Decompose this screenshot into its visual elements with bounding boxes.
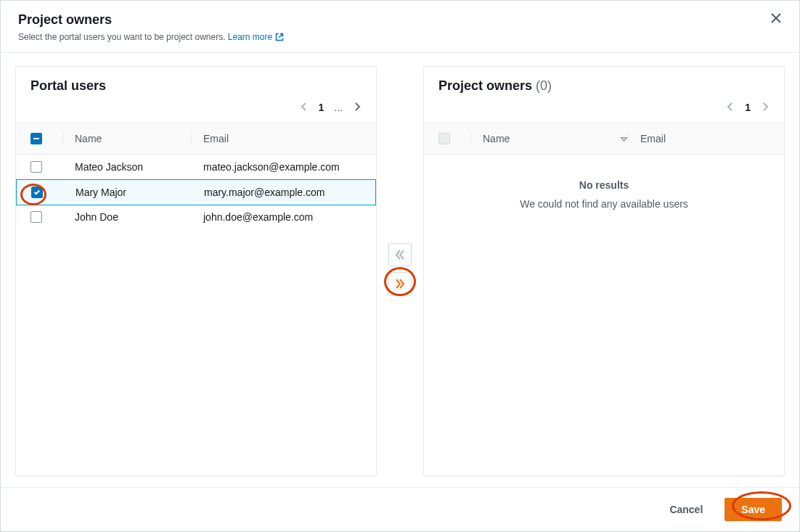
row-email: mateo.jackson@example.com: [203, 161, 364, 173]
double-chevron-left-icon: [394, 249, 406, 261]
row-name: John Doe: [75, 211, 191, 223]
project-owners-header: Project owners (0): [424, 67, 784, 97]
pager-next[interactable]: [761, 101, 770, 114]
chevron-right-icon: [761, 102, 770, 111]
transfer-controls: [383, 66, 417, 487]
pager-page-current[interactable]: 1: [745, 102, 751, 113]
table-row[interactable]: John Doe john.doe@example.com: [16, 205, 376, 230]
pager-next[interactable]: [353, 101, 362, 114]
row-name: Mateo Jackson: [75, 161, 191, 173]
move-right-button[interactable]: [388, 272, 412, 295]
dialog-body: Portal users 1 ... Name Email Mateo Jack: [1, 53, 799, 487]
dialog-title: Project owners: [18, 12, 782, 28]
column-header-email[interactable]: Email: [640, 131, 772, 147]
learn-more-text: Learn more: [228, 32, 272, 42]
move-left-button[interactable]: [388, 243, 412, 266]
row-checkbox[interactable]: [30, 211, 42, 223]
project-owners-table-header: Name Email: [424, 123, 784, 155]
row-checkbox[interactable]: [30, 161, 42, 173]
row-email: mary.major@example.com: [204, 187, 364, 198]
external-link-icon: [275, 33, 284, 41]
portal-users-header: Portal users: [16, 67, 376, 97]
sort-icon: [620, 135, 628, 143]
chevron-left-icon: [726, 102, 735, 111]
dialog-footer: Cancel Save: [1, 487, 799, 531]
double-chevron-right-icon: [394, 278, 406, 290]
project-owners-dialog: Project owners Select the portal users y…: [0, 0, 800, 532]
project-owners-panel: Project owners (0) 1 Name Emai: [423, 66, 785, 476]
portal-users-table-header: Name Email: [16, 123, 376, 155]
project-owners-pager: 1: [424, 97, 784, 123]
select-all-checkbox: [438, 133, 450, 144]
project-owners-title: Project owners: [438, 78, 532, 93]
empty-subtitle: We could not find any available users: [520, 198, 688, 210]
chevron-left-icon: [300, 102, 309, 111]
pager-prev[interactable]: [300, 101, 309, 114]
select-all-checkbox[interactable]: [30, 133, 42, 144]
pager-prev[interactable]: [726, 101, 735, 114]
column-header-email[interactable]: Email: [203, 131, 364, 147]
portal-users-rows: Mateo Jackson mateo.jackson@example.com …: [16, 155, 376, 475]
pager-page-current[interactable]: 1: [319, 102, 325, 113]
pager-ellipsis: ...: [334, 102, 343, 113]
close-icon: [770, 12, 782, 24]
cancel-button[interactable]: Cancel: [656, 498, 716, 521]
table-row[interactable]: Mary Major mary.major@example.com: [16, 179, 376, 205]
row-email: john.doe@example.com: [203, 211, 364, 223]
table-row[interactable]: Mateo Jackson mateo.jackson@example.com: [16, 155, 376, 180]
chevron-right-icon: [353, 102, 362, 111]
portal-users-title: Portal users: [30, 78, 106, 93]
dialog-description: Select the portal users you want to be p…: [18, 32, 782, 42]
dialog-description-text: Select the portal users you want to be p…: [18, 32, 226, 42]
project-owners-count: (0): [536, 78, 552, 93]
learn-more-link[interactable]: Learn more: [228, 32, 284, 42]
save-button[interactable]: Save: [725, 498, 782, 521]
empty-title: No results: [579, 179, 629, 191]
row-checkbox[interactable]: [31, 187, 43, 198]
portal-users-panel: Portal users 1 ... Name Email Mateo Jack: [15, 66, 377, 476]
row-name: Mary Major: [75, 187, 192, 198]
project-owners-empty: No results We could not find any availab…: [424, 155, 784, 475]
portal-users-pager: 1 ...: [16, 97, 376, 123]
column-header-name[interactable]: Name: [483, 131, 628, 147]
dialog-header: Project owners Select the portal users y…: [1, 1, 799, 53]
column-header-name[interactable]: Name: [75, 131, 191, 147]
close-button[interactable]: [770, 12, 782, 27]
